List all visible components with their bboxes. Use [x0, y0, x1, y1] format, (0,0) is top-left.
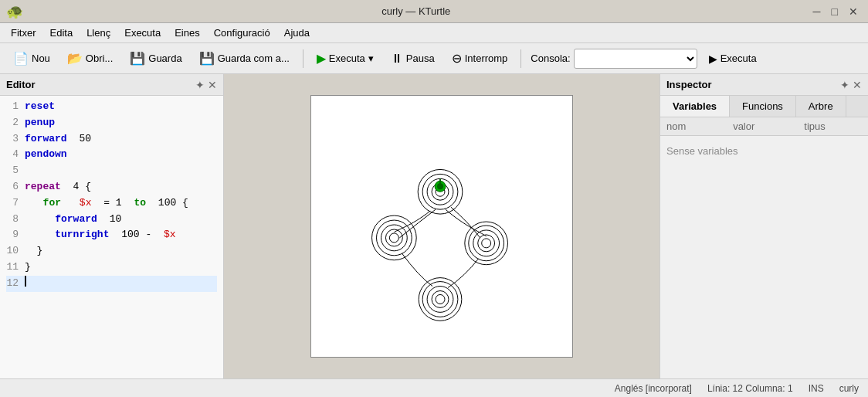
pause-icon: ⏸: [391, 52, 403, 66]
status-filename: curly: [839, 383, 859, 394]
open-label: Obri...: [86, 53, 113, 64]
tab-variables[interactable]: Variables: [660, 96, 730, 117]
new-button[interactable]: 📄 Nou: [6, 47, 57, 70]
status-mode: INS: [809, 383, 824, 394]
code-line-4: 4 pendown: [6, 147, 217, 163]
save-icon: 💾: [130, 51, 145, 66]
console-input[interactable]: [574, 49, 697, 69]
menu-ajuda[interactable]: Ajuda: [278, 25, 316, 41]
code-line-9: 9 turnright 100 - $x: [6, 227, 217, 243]
code-line-1: 1 reset: [6, 99, 217, 115]
svg-point-15: [436, 294, 445, 304]
save-label: Guarda: [148, 53, 181, 64]
svg-point-10: [482, 239, 491, 248]
status-position: Línia: 12 Columna: 1: [707, 383, 793, 394]
svg-point-8: [377, 220, 412, 256]
menubar: Fitxer Edita Llenç Executa Eines Configu…: [0, 23, 868, 43]
execute-run-button[interactable]: ▶ Executa ▾: [310, 47, 381, 70]
tab-funcions[interactable]: Funcions: [730, 96, 796, 117]
code-line-3: 3 forward 50: [6, 131, 217, 148]
play-icon: ▶: [317, 51, 326, 66]
code-line-6: 6 repeat 4 {: [6, 179, 217, 195]
separator-1: [303, 49, 303, 68]
menu-edita[interactable]: Edita: [44, 25, 80, 41]
menu-llenc[interactable]: Llenç: [80, 25, 117, 41]
window-title: curly — KTurtle: [23, 5, 809, 17]
maximize-button[interactable]: □: [828, 4, 842, 19]
save-button[interactable]: 💾 Guarda: [123, 47, 188, 70]
console-label: Consola:: [531, 53, 570, 64]
open-button[interactable]: 📂 Obri...: [60, 47, 120, 70]
titlebar: 🐢 curly — KTurtle ─ □ ✕: [0, 0, 868, 23]
svg-point-11: [478, 235, 495, 252]
console-execute-button[interactable]: ▶ Executa: [700, 49, 765, 69]
editor-title: Editor: [6, 79, 36, 90]
svg-point-9: [372, 215, 417, 260]
editor-header: Editor ✦ ✕: [0, 74, 223, 96]
new-icon: 📄: [13, 51, 29, 66]
statusbar: Anglés [incorporat] Línia: 12 Columna: 1…: [0, 378, 868, 397]
tab-arbre[interactable]: Arbre: [796, 96, 846, 117]
status-language: Anglés [incorporat]: [615, 383, 692, 394]
code-line-2: 2 penup: [6, 115, 217, 131]
minimize-button[interactable]: ─: [809, 4, 825, 19]
app-icon: 🐢: [6, 3, 23, 20]
code-line-7: 7 for $x = 1 to 100 {: [6, 195, 217, 212]
svg-point-16: [432, 291, 449, 308]
svg-point-7: [381, 225, 407, 251]
menu-executa[interactable]: Executa: [118, 25, 167, 41]
inspector-empty-message: Sense variables: [660, 136, 868, 166]
execute-dropdown-icon: ▾: [368, 53, 374, 64]
main-content: Editor ✦ ✕ 1 reset 2 penup 3 forward 50: [0, 74, 868, 378]
svg-point-5: [389, 233, 398, 243]
editor-panel: Editor ✦ ✕ 1 reset 2 penup 3 forward 50: [0, 74, 224, 378]
menu-eines[interactable]: Eines: [168, 25, 206, 41]
console-execute-label: Executa: [721, 53, 757, 64]
inspector-panel-controls: ✦ ✕: [840, 79, 862, 91]
window-controls: ─ □ ✕: [809, 4, 862, 19]
open-icon: 📂: [67, 51, 83, 66]
svg-point-18: [422, 282, 458, 317]
col-tipus: tipus: [798, 117, 868, 136]
pause-label: Pausa: [406, 53, 435, 64]
menu-configuracio[interactable]: Configuració: [208, 25, 276, 41]
inspector-header: Inspector ✦ ✕: [660, 74, 868, 96]
inspector-title: Inspector: [666, 79, 712, 90]
col-nom: nom: [660, 117, 727, 136]
inspector-close-button[interactable]: ✕: [853, 79, 862, 91]
inspector-panel: Inspector ✦ ✕ Variables Funcions Arbre n…: [659, 74, 868, 378]
pause-button[interactable]: ⏸ Pausa: [384, 48, 442, 70]
new-label: Nou: [32, 53, 50, 64]
code-line-12: 12: [6, 276, 217, 292]
stop-label: Interromp: [465, 53, 508, 64]
menu-fitxer[interactable]: Fitxer: [5, 25, 42, 41]
inspector-tabs: Variables Funcions Arbre: [660, 96, 868, 117]
toolbar: 📄 Nou 📂 Obri... 💾 Guarda 💾 Guarda com a.…: [0, 43, 868, 74]
canvas-viewport: [310, 95, 573, 358]
svg-point-14: [465, 222, 508, 265]
editor-close-button[interactable]: ✕: [208, 79, 217, 91]
stop-button[interactable]: ⊖ Interromp: [445, 47, 515, 70]
inspector-float-button[interactable]: ✦: [840, 79, 849, 91]
code-line-5: 5: [6, 163, 217, 179]
console-play-icon: ▶: [709, 53, 717, 65]
editor-float-button[interactable]: ✦: [195, 79, 205, 91]
close-button[interactable]: ✕: [845, 4, 862, 19]
canvas-area: [224, 74, 659, 378]
svg-point-13: [469, 226, 504, 261]
stop-icon: ⊖: [452, 51, 462, 66]
execute-run-label: Executa: [329, 53, 365, 64]
turtle-drawing: [311, 96, 572, 357]
saveas-label: Guarda com a...: [218, 53, 290, 64]
saveas-button[interactable]: 💾 Guarda com a...: [192, 47, 297, 70]
svg-point-19: [419, 278, 462, 321]
separator-2: [520, 49, 521, 68]
col-valor: valor: [727, 117, 798, 136]
code-line-8: 8 forward 10: [6, 212, 217, 228]
code-line-10: 10 }: [6, 243, 217, 260]
titlebar-left: 🐢: [6, 3, 23, 20]
saveas-icon: 💾: [199, 51, 215, 66]
editor-code[interactable]: 1 reset 2 penup 3 forward 50 4 pendown 5: [0, 96, 223, 378]
editor-panel-controls: ✦ ✕: [195, 79, 217, 91]
code-line-11: 11 }: [6, 260, 217, 276]
